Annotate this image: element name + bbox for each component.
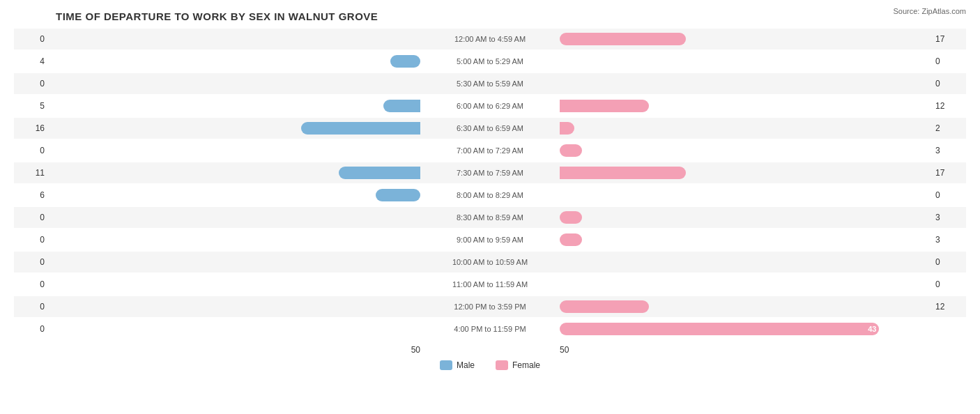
male-bar-wrapper — [49, 99, 420, 113]
bars-center: 5:00 AM to 5:29 AM — [49, 51, 931, 72]
female-value: 0 — [931, 279, 966, 289]
bar-row: 07:00 AM to 7:29 AM3 — [14, 140, 966, 161]
bars-center: 8:00 AM to 8:29 AM — [49, 185, 931, 206]
bar-row: 05:30 AM to 5:59 AM0 — [14, 73, 966, 94]
female-bar-wrapper — [560, 255, 931, 269]
female-bar — [560, 100, 649, 112]
female-bar-wrapper — [560, 233, 931, 247]
bars-center: 5:30 AM to 5:59 AM — [49, 73, 931, 94]
female-bar — [560, 144, 582, 157]
time-label: 8:30 AM to 8:59 AM — [420, 213, 560, 222]
bar-row: 012:00 PM to 3:59 PM12 — [14, 296, 966, 317]
male-bar-wrapper — [49, 188, 420, 202]
time-label: 10:00 AM to 10:59 AM — [420, 258, 560, 266]
axis-right-value: 50 — [560, 345, 569, 355]
female-value: 2 — [931, 123, 966, 133]
bar-row: 56:00 AM to 6:29 AM12 — [14, 95, 966, 116]
male-bar-wrapper — [49, 54, 420, 68]
time-label: 6:00 AM to 6:29 AM — [420, 102, 560, 110]
bar-row: 09:00 AM to 9:59 AM3 — [14, 229, 966, 250]
bar-row: 117:30 AM to 7:59 AM17 — [14, 162, 966, 183]
bars-center: 9:00 AM to 9:59 AM — [49, 229, 931, 250]
chart-area: 012:00 AM to 4:59 AM1745:00 AM to 5:29 A… — [14, 29, 966, 341]
male-bar-wrapper — [49, 277, 420, 291]
male-value: 16 — [14, 123, 49, 133]
bars-center: 6:00 AM to 6:29 AM — [49, 95, 931, 116]
bar-row: 04:00 PM to 11:59 PM43 — [14, 319, 966, 339]
female-value: 0 — [931, 56, 966, 66]
time-label: 12:00 PM to 3:59 PM — [420, 302, 560, 311]
legend-female-box — [496, 360, 508, 370]
female-value: 0 — [931, 79, 966, 89]
male-value: 0 — [14, 79, 49, 89]
female-bar — [560, 211, 582, 224]
time-label: 7:30 AM to 7:59 AM — [420, 169, 560, 177]
bar-row: 166:30 AM to 6:59 AM2 — [14, 118, 966, 139]
male-value: 0 — [14, 213, 49, 222]
time-label: 7:00 AM to 7:29 AM — [420, 146, 560, 155]
female-bar-wrapper — [560, 277, 931, 291]
male-value: 5 — [14, 101, 49, 111]
female-bar-wrapper — [560, 188, 931, 202]
male-bar-wrapper — [49, 121, 420, 135]
female-bar-wrapper — [560, 210, 931, 224]
male-value: 11 — [14, 168, 49, 178]
female-bar — [560, 33, 686, 45]
male-value: 0 — [14, 257, 49, 267]
male-bar — [383, 100, 420, 112]
male-value: 4 — [14, 56, 49, 66]
female-bar-wrapper — [560, 121, 931, 135]
female-value: 17 — [931, 34, 966, 44]
time-label: 5:30 AM to 5:59 AM — [420, 79, 560, 88]
male-bar-wrapper — [49, 233, 420, 247]
female-value: 0 — [931, 190, 966, 200]
male-value: 0 — [14, 146, 49, 155]
female-value: 3 — [931, 146, 966, 155]
bar-row: 011:00 AM to 11:59 AM0 — [14, 274, 966, 295]
bar-row: 012:00 AM to 4:59 AM17 — [14, 29, 966, 49]
female-bar — [560, 122, 574, 135]
male-value: 6 — [14, 190, 49, 200]
female-bar — [560, 167, 686, 179]
male-value: 0 — [14, 302, 49, 312]
female-bar-wrapper — [560, 166, 931, 180]
female-bar-wrapper: 43 — [560, 322, 931, 336]
male-value: 0 — [14, 34, 49, 44]
female-value: 12 — [931, 302, 966, 312]
female-bar-wrapper — [560, 77, 931, 91]
male-bar-wrapper — [49, 300, 420, 314]
bars-center: 11:00 AM to 11:59 AM — [49, 274, 931, 295]
time-label: 8:00 AM to 8:29 AM — [420, 191, 560, 199]
male-bar-wrapper — [49, 322, 420, 336]
legend-male-box — [440, 360, 452, 370]
bar-row: 010:00 AM to 10:59 AM0 — [14, 252, 966, 273]
source-text: Source: ZipAtlas.com — [893, 7, 966, 15]
male-bar — [376, 189, 420, 201]
bar-row: 68:00 AM to 8:29 AM0 — [14, 185, 966, 206]
bars-center: 10:00 AM to 10:59 AM — [49, 252, 931, 273]
male-bar-wrapper — [49, 166, 420, 180]
female-bar-inner-label: 43 — [868, 325, 876, 333]
female-bar: 43 — [560, 323, 879, 335]
female-value: 0 — [931, 257, 966, 267]
time-label: 4:00 PM to 11:59 PM — [420, 325, 560, 333]
male-value: 0 — [14, 324, 49, 334]
male-bar — [339, 167, 420, 179]
legend-male: Male — [440, 360, 475, 370]
chart-title: TIME OF DEPARTURE TO WORK BY SEX IN WALN… — [14, 7, 966, 26]
legend-male-label: Male — [457, 360, 475, 370]
bars-center: 4:00 PM to 11:59 PM43 — [49, 319, 931, 339]
time-label: 11:00 AM to 11:59 AM — [420, 280, 560, 289]
male-bar-wrapper — [49, 210, 420, 224]
male-bar-wrapper — [49, 32, 420, 46]
bars-center: 7:30 AM to 7:59 AM — [49, 162, 931, 183]
female-bar-wrapper — [560, 300, 931, 314]
bars-center: 8:30 AM to 8:59 AM — [49, 207, 931, 228]
legend: Male Female — [14, 360, 966, 370]
time-label: 12:00 AM to 4:59 AM — [420, 35, 560, 43]
female-value: 3 — [931, 213, 966, 222]
female-bar — [560, 300, 649, 313]
female-value: 3 — [931, 235, 966, 245]
bars-center: 6:30 AM to 6:59 AM — [49, 118, 931, 139]
female-value: 12 — [931, 101, 966, 111]
